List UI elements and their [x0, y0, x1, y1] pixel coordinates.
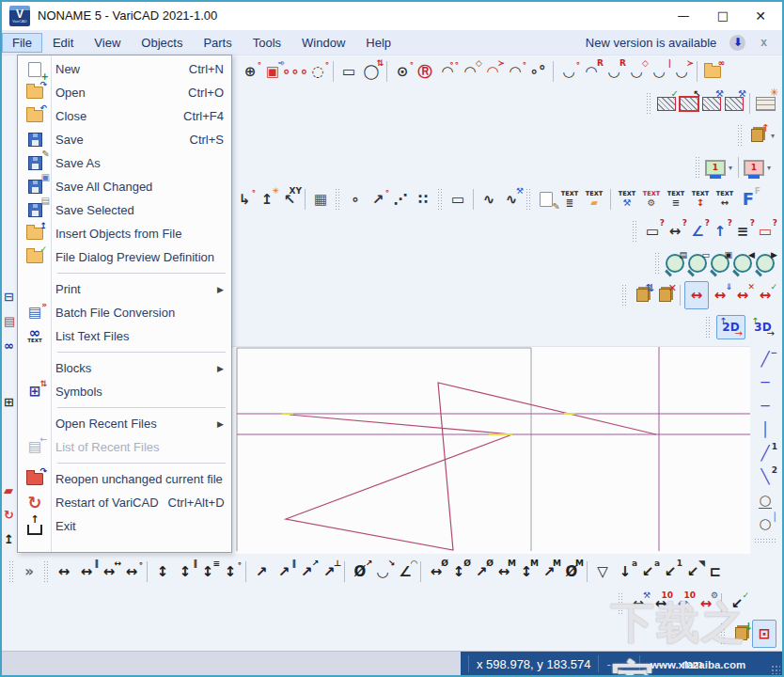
- dim-angle-icon[interactable]: ∠◠: [394, 559, 416, 585]
- menu-item-blocks[interactable]: Blocks▶: [18, 356, 231, 380]
- arc-tangent-icon[interactable]: ◠≻: [481, 58, 504, 85]
- query-angle-icon[interactable]: ∠?: [686, 218, 709, 244]
- menu-item-open[interactable]: ↷OpenCtrl+O: [18, 81, 231, 104]
- dim-diameter-v-icon[interactable]: ↕Ø: [447, 559, 470, 585]
- hatch-edit-2-icon[interactable]: ⚒: [723, 90, 745, 117]
- surface-finish-icon[interactable]: ↓a: [614, 559, 636, 585]
- zoom-window-icon[interactable]: ▭: [686, 250, 709, 276]
- circle-stretch-icon[interactable]: ◯⇅: [360, 58, 383, 85]
- query-object-icon[interactable]: ▭?: [641, 218, 664, 244]
- toolbar-drag-handle[interactable]: [646, 92, 652, 115]
- menu-item-batch-file-conversion[interactable]: ▤»Batch File Conversion: [18, 301, 231, 324]
- line-vertical-icon[interactable]: │: [754, 418, 776, 442]
- points-line-icon[interactable]: ∘∘∘: [284, 58, 306, 85]
- points-diagonal-icon[interactable]: ⋰: [389, 186, 412, 213]
- dim-m-horizontal-icon[interactable]: ↔M: [493, 559, 515, 585]
- line-horizontal-1-icon[interactable]: ─: [754, 371, 776, 395]
- menu-item-open-recent-files[interactable]: Open Recent Files▶: [18, 412, 231, 435]
- datum-target-icon[interactable]: ↙◥: [682, 559, 704, 585]
- solid-step-up-icon[interactable]: ↑: [746, 122, 769, 149]
- arc-diamond-icon[interactable]: ◠◇: [459, 58, 481, 85]
- arc-to-line-icon[interactable]: ◡|: [648, 58, 670, 85]
- arc-radius-1-icon[interactable]: ◠R: [580, 58, 603, 85]
- menu-item-save-selected[interactable]: ▤Save Selected: [18, 198, 231, 222]
- slot-shape-icon[interactable]: ▭: [447, 186, 469, 213]
- maximize-button[interactable]: □: [705, 2, 741, 29]
- wall-pattern-icon[interactable]: ✳: [754, 90, 776, 117]
- minimize-button[interactable]: —: [666, 2, 701, 29]
- menu-item-symbols[interactable]: ⊞⇅Symbols: [18, 380, 231, 403]
- menubar-item-view[interactable]: View: [84, 33, 131, 53]
- open-file-points-icon[interactable]: ∞: [701, 58, 724, 85]
- view-monitor-1-red-icon[interactable]: 1: [743, 154, 765, 181]
- query-area-icon[interactable]: ▭?: [754, 218, 776, 244]
- menu-item-close[interactable]: ↶CloseCtrl+F4: [18, 104, 231, 128]
- dim-aligned-multi-icon[interactable]: ↗↗: [295, 559, 318, 585]
- docked-tool-icon[interactable]: ▰: [4, 483, 13, 497]
- hatch-edit-1-icon[interactable]: ⚒: [700, 90, 723, 117]
- dim-vertical-point-icon[interactable]: ↕∘: [219, 559, 242, 585]
- menubar-item-tools[interactable]: Tools: [243, 33, 291, 53]
- menu-item-print[interactable]: Print▶: [18, 277, 231, 301]
- menubar-item-edit[interactable]: Edit: [42, 33, 84, 53]
- toolbar-drag-handle[interactable]: [621, 284, 628, 307]
- menu-item-save[interactable]: SaveCtrl+S: [18, 128, 231, 151]
- text-height-icon[interactable]: TEXT↕: [688, 186, 713, 213]
- font-style-icon[interactable]: FF: [737, 186, 760, 213]
- circle-radius-icon[interactable]: Ⓡ: [414, 58, 436, 85]
- menu-item-restart-varicad[interactable]: ↻Restart of VariCADCtrl+Alt+D: [18, 491, 231, 514]
- menubar-item-objects[interactable]: Objects: [131, 33, 193, 53]
- toolbar-drag-handle[interactable]: [754, 538, 776, 544]
- toolbar-drag-handle[interactable]: [737, 124, 744, 147]
- dim-vertical-multi-icon[interactable]: ↕≡: [196, 559, 219, 585]
- zoom-all-icon[interactable]: ▣: [709, 250, 731, 276]
- text-edit-icon[interactable]: TEXT⚒: [615, 186, 639, 213]
- dim-horizontal-point-icon[interactable]: ↔∘: [120, 559, 143, 585]
- menu-item-insert-objects[interactable]: ↥Insert Objects from File: [18, 222, 231, 245]
- mode-2d-icon[interactable]: 2D: [716, 315, 745, 339]
- menu-item-new[interactable]: +NewCtrl+N: [18, 57, 231, 81]
- dim-aligned-point-icon[interactable]: ↗⊥: [318, 559, 340, 585]
- point-target-icon[interactable]: ⊕∘: [239, 58, 261, 85]
- menu-item-exit[interactable]: ↑Exit: [18, 514, 231, 538]
- arc-chain-icon[interactable]: ◠∘: [504, 58, 526, 85]
- arc-points-icon[interactable]: ◠∘∘: [436, 58, 459, 85]
- arc-arrow-icon[interactable]: ◡≻: [670, 58, 693, 85]
- zoom-next-icon[interactable]: ▶: [754, 250, 776, 276]
- dim-radius-icon[interactable]: ◡↘: [371, 559, 394, 585]
- solid-swap-icon[interactable]: ⇅: [631, 282, 653, 308]
- toolbar-drag-handle[interactable]: [695, 156, 701, 179]
- query-coordinates-icon[interactable]: ↑?: [709, 218, 731, 244]
- dim-horizontal-chain-icon[interactable]: ↔‖: [75, 559, 98, 585]
- zoom-page-icon[interactable]: ▤: [664, 250, 686, 276]
- toolbar-drag-handle[interactable]: [632, 220, 638, 243]
- slot-tool-icon[interactable]: ▭: [337, 58, 360, 85]
- docked-tool-icon[interactable]: ▤: [4, 314, 15, 328]
- menubar-item-help[interactable]: Help: [355, 33, 401, 53]
- arc-radius-2-icon[interactable]: ◡R: [603, 58, 625, 85]
- text-paragraph-icon[interactable]: TEXT≡: [664, 186, 688, 213]
- circle-underline-icon[interactable]: ○: [754, 489, 776, 512]
- dim-aligned-icon[interactable]: ↗: [250, 559, 273, 585]
- zoom-previous-icon[interactable]: ◀: [731, 250, 754, 276]
- notice-close-icon[interactable]: x: [759, 36, 769, 49]
- polyline-wave-icon[interactable]: ∿: [478, 186, 500, 213]
- dim-move-down-icon[interactable]: ↔⇓: [709, 282, 731, 308]
- hatch-check-icon[interactable]: ✓: [655, 90, 678, 117]
- dim-diameter-h-icon[interactable]: ↔Ø: [425, 559, 447, 585]
- dim-aligned-chain-icon[interactable]: ↗‖: [273, 559, 295, 585]
- points-measure-icon[interactable]: ↗∘: [367, 186, 389, 213]
- points-ring-icon[interactable]: ∷: [412, 186, 434, 213]
- dropdown-caret-icon[interactable]: ▾: [767, 164, 771, 172]
- arc-dot-icon[interactable]: ◡∘: [557, 58, 580, 85]
- line-point-1-icon[interactable]: ╱1: [754, 442, 776, 465]
- circle-tangent-line-icon[interactable]: ○│: [754, 512, 776, 536]
- toolbar-drag-handle[interactable]: [43, 560, 50, 583]
- circle-dashed-icon[interactable]: ◌∘: [306, 58, 329, 85]
- snap-corner-icon[interactable]: ↳∘: [233, 186, 256, 213]
- points-arc-icon[interactable]: ∘°: [526, 58, 549, 85]
- menu-item-list-text-files[interactable]: ∞TEXTList Text Files: [18, 324, 231, 348]
- close-button[interactable]: ✕: [743, 2, 778, 29]
- docked-tool-icon[interactable]: ⊟: [4, 290, 14, 304]
- dim-vertical-icon[interactable]: ↕: [151, 559, 174, 585]
